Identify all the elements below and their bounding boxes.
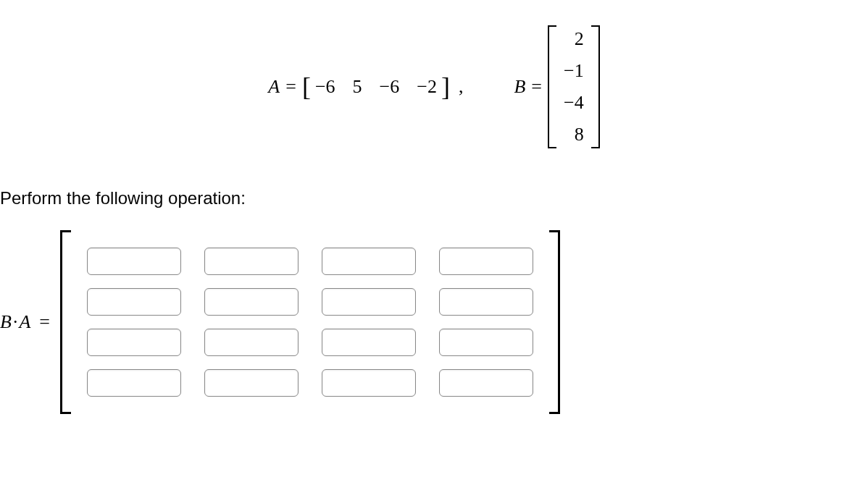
equals-sign: =: [285, 76, 296, 98]
var-a-label: A: [19, 311, 30, 332]
comma: ,: [459, 76, 464, 98]
right-bracket-icon: [591, 25, 600, 148]
matrix-a-entry: −6: [315, 76, 335, 98]
answer-equation: B·A =: [0, 230, 868, 414]
matrix-a-entry: 5: [353, 76, 362, 98]
matrix-b: 2 −1 −4 8: [548, 25, 600, 148]
answer-cell-3-0[interactable]: [87, 369, 181, 397]
equals-sign: =: [531, 76, 542, 98]
answer-cell-1-2[interactable]: [322, 288, 416, 316]
answer-cell-3-3[interactable]: [439, 369, 533, 397]
left-bracket-icon: [: [302, 74, 311, 100]
answer-cell-3-1[interactable]: [204, 369, 299, 397]
answer-cell-2-1[interactable]: [204, 329, 299, 356]
instruction-text: Perform the following operation:: [0, 188, 868, 208]
answer-matrix: [60, 230, 560, 414]
matrix-b-entry: −1: [564, 60, 584, 82]
answer-cell-0-1[interactable]: [204, 248, 299, 275]
dot-operator-icon: ·: [12, 311, 20, 332]
lhs-label: B·A =: [0, 311, 50, 333]
matrix-b-entry: 2: [575, 28, 584, 50]
answer-cell-0-0[interactable]: [87, 248, 181, 275]
matrix-b-entry: −4: [564, 92, 584, 114]
answer-cell-1-3[interactable]: [439, 288, 533, 316]
var-b-label: B: [514, 76, 525, 98]
equals-sign: =: [39, 311, 50, 332]
answer-cell-2-3[interactable]: [439, 329, 533, 356]
answer-cell-0-2[interactable]: [322, 248, 416, 275]
matrix-b-entry: 8: [575, 124, 584, 145]
answer-cell-2-2[interactable]: [322, 329, 416, 356]
matrix-a: [ −6 5 −6 −2 ]: [302, 74, 450, 100]
matrix-b-definition: B = 2 −1 −4 8: [514, 25, 599, 148]
matrix-a-definition: A = [ −6 5 −6 −2 ] ,: [268, 74, 463, 100]
answer-cell-1-0[interactable]: [87, 288, 181, 316]
answer-cell-0-3[interactable]: [439, 248, 533, 275]
left-bracket-icon: [60, 230, 71, 414]
matrix-a-entry: −2: [417, 76, 437, 98]
var-b-label: B: [0, 311, 12, 332]
answer-cell-2-0[interactable]: [87, 329, 181, 356]
var-a-label: A: [268, 76, 280, 98]
right-bracket-icon: ]: [441, 74, 450, 100]
answer-cell-3-2[interactable]: [322, 369, 416, 397]
answer-cell-1-1[interactable]: [204, 288, 299, 316]
given-matrices: A = [ −6 5 −6 −2 ] , B = 2 −1 −4 8: [0, 14, 868, 159]
left-bracket-icon: [548, 25, 556, 148]
right-bracket-icon: [549, 230, 560, 414]
answer-matrix-grid: [71, 230, 549, 414]
matrix-a-entry: −6: [380, 76, 400, 98]
